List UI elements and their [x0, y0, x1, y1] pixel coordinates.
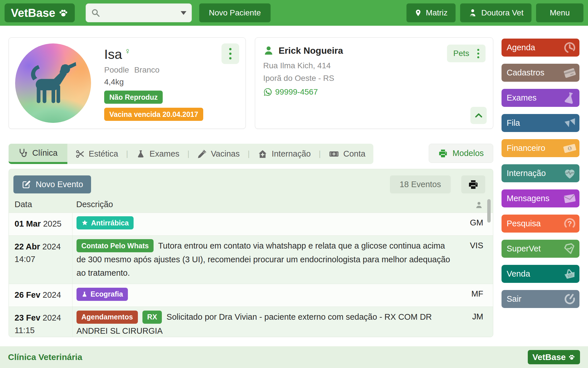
event-year: 2024 [43, 290, 61, 299]
events-panel: Novo Evento 18 Eventos Data Descrição [9, 169, 493, 337]
card-icon [563, 66, 577, 80]
event-badge: Contato Pelo Whats [76, 239, 154, 252]
tab-internacao[interactable]: Internação [250, 144, 319, 164]
owner-phone[interactable]: 99999-4567 [275, 87, 318, 97]
event-badge-label: Ecografia [90, 287, 123, 301]
clock-icon [563, 41, 577, 55]
event-badge: Agendamentos [76, 311, 138, 324]
tab-vacinas-label: Vacinas [211, 149, 240, 159]
tab-clinica[interactable]: Clínica [9, 144, 67, 164]
edit-pencil-icon [21, 180, 31, 189]
pets-button[interactable]: Pets [447, 45, 486, 62]
sidebar-item-cadastros[interactable]: Cadastros [502, 64, 579, 82]
sidebar-item-financeiro[interactable]: Financeiro [502, 139, 579, 157]
event-row[interactable]: 23 Fev 202411:15 Agendamentos RX Solicit… [9, 307, 493, 337]
event-row[interactable]: 22 Abr 202414:07 Contato Pelo Whats Tuto… [9, 235, 493, 284]
event-date: 23 Fev [15, 313, 40, 322]
sidebar-item-label: Fila [507, 118, 520, 128]
pet-breed: Poodle [104, 65, 129, 75]
tab-divider: | [188, 144, 190, 164]
collapse-owner-button[interactable] [470, 107, 487, 124]
tab-conta[interactable]: Conta [321, 144, 373, 164]
models-label: Modelos [452, 149, 484, 158]
event-badge-label: Contato Pelo Whats [81, 239, 149, 253]
patient-kebab-menu-button[interactable] [221, 43, 239, 64]
owner-card: Erick Nogueira Rua Ilma Kich, 414 Iporã … [255, 37, 493, 129]
tab-divider: | [126, 144, 128, 164]
sidebar-item-venda[interactable]: Venda [502, 265, 579, 283]
female-symbol-icon: ♀ [124, 46, 131, 56]
sidebar-item-internacao[interactable]: Internação [502, 164, 579, 182]
scissors-icon [75, 149, 84, 159]
event-row[interactable]: 26 Fev 2024 Ecografia MF [9, 284, 493, 307]
sidebar-item-sair[interactable]: Sair [502, 290, 579, 308]
printer-icon [468, 179, 479, 190]
sidebar-item-label: Pesquisa [507, 219, 541, 228]
question-icon: ? [563, 217, 577, 231]
sidebar-item-label: Cadastros [507, 68, 544, 77]
sidebar-item-label: Internação [507, 169, 546, 178]
sidebar-item-label: Financeiro [507, 143, 545, 153]
models-button[interactable]: Modelos [429, 144, 493, 163]
new-patient-button[interactable]: Novo Paciente [199, 3, 271, 22]
flask-icon [563, 91, 577, 105]
syringe-icon [198, 149, 207, 159]
column-header-description: Descrição [72, 200, 459, 209]
sidebar-item-fila[interactable]: Fila [502, 114, 579, 132]
events-count-label: 18 Eventos [400, 180, 441, 189]
menu-label: Menu [550, 8, 570, 17]
sidebar-item-label: SuperVet [507, 244, 541, 253]
top-navbar: VetBase Novo Paciente Matriz Doutora Vet… [0, 0, 588, 26]
sidebar-item-supervet[interactable]: SuperVet [502, 240, 579, 258]
new-patient-label: Novo Paciente [209, 8, 261, 17]
event-time: 14:07 [15, 255, 35, 264]
app-logo-text: VetBase [11, 7, 55, 19]
sidebar-item-agenda[interactable]: Agenda [502, 39, 579, 57]
menu-button[interactable]: Menu [536, 3, 583, 22]
printer-icon [438, 149, 448, 158]
event-badge: RX [142, 311, 162, 324]
tab-divider: | [248, 144, 250, 164]
event-row[interactable]: 01 Mar 2025 Antirrábica GM [9, 213, 493, 235]
kebab-icon [477, 49, 479, 58]
location-button[interactable]: Matriz [406, 3, 456, 22]
whatsapp-icon [263, 87, 272, 97]
tab-vacinas[interactable]: Vacinas [190, 144, 248, 164]
basket-icon [563, 267, 577, 281]
owner-name: Erick Nogueira [279, 45, 343, 56]
sidebar-item-pesquisa[interactable]: Pesquisa ? [502, 215, 579, 233]
user-button[interactable]: Doutora Vet [460, 3, 531, 22]
user-column-icon [475, 201, 483, 209]
event-user-initials: JM [459, 307, 493, 337]
tab-divider: | [319, 144, 321, 164]
column-header-date: Data [9, 200, 72, 209]
event-badge-label: Antirrábica [91, 216, 129, 230]
sidebar-item-exames[interactable]: Exames [502, 89, 579, 107]
event-badge-label: RX [147, 310, 157, 324]
event-date: 01 Mar [15, 219, 41, 228]
app-logo[interactable]: VetBase [5, 3, 75, 22]
queue-icon [563, 116, 577, 130]
tab-exames[interactable]: Exames [128, 144, 188, 164]
footer-logo-text: VetBase [532, 352, 566, 362]
location-label: Matriz [426, 8, 448, 17]
tab-estetica[interactable]: Estética [67, 144, 126, 164]
flask-icon [136, 149, 145, 159]
events-scrollbar[interactable] [487, 199, 491, 223]
user-label: Doutora Vet [481, 8, 523, 17]
power-icon [563, 292, 577, 306]
owner-address-line2: Iporã do Oeste - RS [263, 73, 485, 84]
sidebar-item-mensagens[interactable]: Mensagens [502, 189, 579, 207]
patient-search-select[interactable] [86, 3, 192, 22]
event-year: 2024 [43, 313, 61, 322]
new-event-button[interactable]: Novo Evento [13, 175, 91, 193]
flask-icon [81, 291, 88, 297]
footer-logo: VetBase [528, 350, 580, 364]
patient-avatar [15, 43, 91, 123]
event-time: 11:15 [15, 326, 35, 335]
tab-estetica-label: Estética [89, 149, 118, 159]
quick-nav-sidebar: Agenda Cadastros Exames Fila Financeiro … [502, 39, 579, 337]
print-events-button[interactable] [461, 175, 485, 193]
pet-coat: Branco [134, 65, 160, 75]
chevron-up-icon [474, 111, 484, 120]
